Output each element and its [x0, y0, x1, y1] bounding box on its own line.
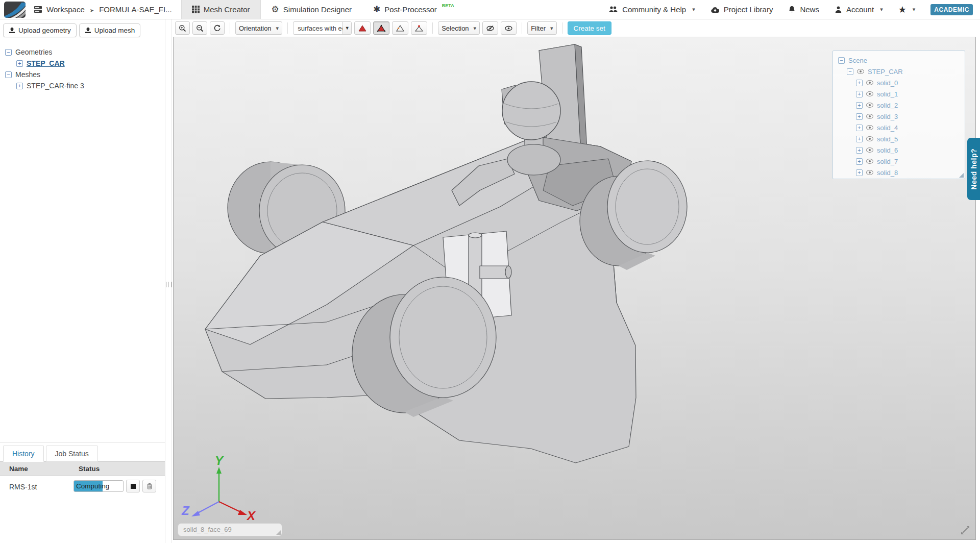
- breadcrumb[interactable]: Workspace FORMULA-SAE_FI...: [26, 0, 181, 19]
- upload-mesh-button[interactable]: Upload mesh: [79, 23, 141, 37]
- scene-item[interactable]: solid_0: [838, 77, 960, 88]
- expand-icon[interactable]: [16, 60, 23, 67]
- visibility-eye-icon[interactable]: [866, 170, 873, 175]
- panel-resize-handle[interactable]: [276, 530, 281, 535]
- panel-resize-handle[interactable]: [959, 173, 964, 178]
- scene-item[interactable]: solid_7: [838, 156, 960, 167]
- visibility-eye-icon[interactable]: [866, 114, 873, 119]
- scene-item-label: solid_7: [877, 158, 898, 165]
- scene-item[interactable]: solid_3: [838, 111, 960, 122]
- breadcrumb-project[interactable]: FORMULA-SAE_FI...: [99, 5, 172, 14]
- render-solid-edges-button[interactable]: [373, 21, 389, 35]
- scene-item[interactable]: solid_6: [838, 144, 960, 156]
- tree-node-step-car-fine[interactable]: STEP_CAR-fine 3: [5, 80, 160, 91]
- axis-x-label: X: [246, 509, 256, 521]
- visibility-eye-icon[interactable]: [866, 91, 873, 96]
- tab-post-processor[interactable]: ✱ Post-Processor BETA: [362, 0, 465, 19]
- sidebar-splitter[interactable]: [165, 19, 172, 543]
- geometry-link[interactable]: STEP_CAR: [27, 59, 65, 67]
- visibility-eye-icon[interactable]: [866, 80, 873, 85]
- tree-node-step-car[interactable]: STEP_CAR: [5, 58, 160, 69]
- scene-item[interactable]: solid_2: [838, 100, 960, 111]
- grid-icon: [192, 6, 200, 13]
- favorites-menu[interactable]: ★: [898, 4, 916, 15]
- collapse-icon[interactable]: [5, 49, 12, 56]
- news-menu[interactable]: News: [788, 5, 819, 14]
- academic-badge: ACADEMIC: [930, 4, 973, 15]
- delete-job-button[interactable]: [142, 480, 156, 492]
- stop-job-button[interactable]: [126, 480, 140, 492]
- render-wireframe-button[interactable]: [392, 21, 408, 35]
- history-table: Name Status RMS-1st Computing: [0, 461, 165, 497]
- visibility-eye-icon[interactable]: [866, 125, 873, 130]
- tree-node-geometries[interactable]: Geometries: [5, 46, 160, 58]
- expand-icon[interactable]: [856, 91, 863, 97]
- expand-icon[interactable]: [856, 169, 863, 176]
- picked-face-box: solid_8_face_69: [178, 523, 282, 536]
- scene-root-label: Scene: [848, 57, 867, 64]
- upload-icon: [9, 27, 15, 34]
- show-all-button[interactable]: [501, 21, 517, 35]
- filter-dropdown[interactable]: Filter: [527, 21, 556, 35]
- tab-job-status[interactable]: Job Status: [46, 446, 98, 462]
- scene-item[interactable]: solid_5: [838, 133, 960, 144]
- viewer-toolbar: Orientation surfaces with edges ▼: [172, 19, 980, 37]
- scene-model-label: STEP_CAR: [868, 68, 903, 76]
- need-help-tab[interactable]: Need help?: [967, 138, 980, 200]
- tree-label: Meshes: [15, 70, 40, 79]
- visibility-eye-icon[interactable]: [866, 136, 873, 141]
- expand-icon[interactable]: [960, 525, 971, 536]
- expand-icon[interactable]: [856, 136, 863, 142]
- selected-value: surfaces with edges: [293, 24, 342, 32]
- visibility-eye-icon[interactable]: [866, 147, 873, 153]
- hide-selected-button[interactable]: [482, 21, 498, 35]
- column-header-status: Status: [69, 462, 165, 476]
- zoom-out-button[interactable]: [192, 21, 207, 35]
- expand-icon[interactable]: [856, 113, 863, 120]
- visibility-eye-icon[interactable]: [866, 159, 873, 164]
- render-points-button[interactable]: [411, 21, 427, 35]
- upload-geometry-button[interactable]: Upload geometry: [3, 23, 77, 37]
- breadcrumb-workspace[interactable]: Workspace: [46, 5, 85, 14]
- scene-item[interactable]: solid_1: [838, 88, 960, 100]
- visibility-eye-icon[interactable]: [857, 69, 864, 74]
- expand-icon[interactable]: [856, 147, 863, 154]
- community-help-menu[interactable]: Community & Help: [608, 5, 695, 14]
- app-logo[interactable]: [4, 2, 26, 18]
- selection-dropdown[interactable]: Selection: [438, 21, 480, 35]
- project-library-menu[interactable]: Project Library: [710, 5, 773, 14]
- visibility-eye-icon[interactable]: [866, 103, 873, 108]
- orientation-dropdown[interactable]: Orientation: [235, 21, 282, 35]
- logo-stripes-icon: [4, 2, 26, 18]
- collapse-icon[interactable]: [838, 57, 845, 64]
- zoom-in-button[interactable]: [175, 21, 190, 35]
- collapse-icon[interactable]: [5, 71, 12, 78]
- render-mode-select[interactable]: surfaces with edges ▼: [293, 21, 352, 35]
- expand-icon[interactable]: [856, 102, 863, 109]
- collapse-icon[interactable]: [847, 68, 853, 75]
- account-menu[interactable]: Account: [835, 5, 883, 14]
- scene-root[interactable]: Scene: [838, 55, 960, 66]
- job-name: RMS-1st: [0, 476, 69, 498]
- viewport-canvas[interactable]: Scene STEP_CAR solid_0 solid_1: [173, 37, 976, 540]
- tab-simulation-designer[interactable]: ⚙ Simulation Designer: [261, 0, 362, 19]
- expand-icon[interactable]: [16, 83, 23, 89]
- tab-mesh-creator[interactable]: Mesh Creator: [181, 0, 261, 19]
- render-solid-button[interactable]: [354, 21, 371, 35]
- expand-icon[interactable]: [856, 80, 863, 86]
- job-progress-bar: Computing: [74, 480, 124, 492]
- tab-history[interactable]: History: [3, 446, 44, 462]
- tree-node-meshes[interactable]: Meshes: [5, 69, 160, 80]
- toolbar-separator: [562, 22, 562, 34]
- expand-icon[interactable]: [856, 125, 863, 131]
- expand-icon[interactable]: [856, 158, 863, 165]
- create-set-button[interactable]: Create set: [568, 21, 611, 35]
- scene-item[interactable]: solid_8: [838, 167, 960, 178]
- history-panel: History Job Status Name Status RMS-1st: [0, 442, 165, 543]
- scene-item-label: solid_3: [877, 113, 898, 120]
- reset-view-button[interactable]: [210, 21, 225, 35]
- scene-model[interactable]: STEP_CAR: [838, 66, 960, 77]
- need-help-label: Need help?: [970, 149, 978, 189]
- bell-icon: [788, 6, 796, 14]
- scene-item[interactable]: solid_4: [838, 122, 960, 133]
